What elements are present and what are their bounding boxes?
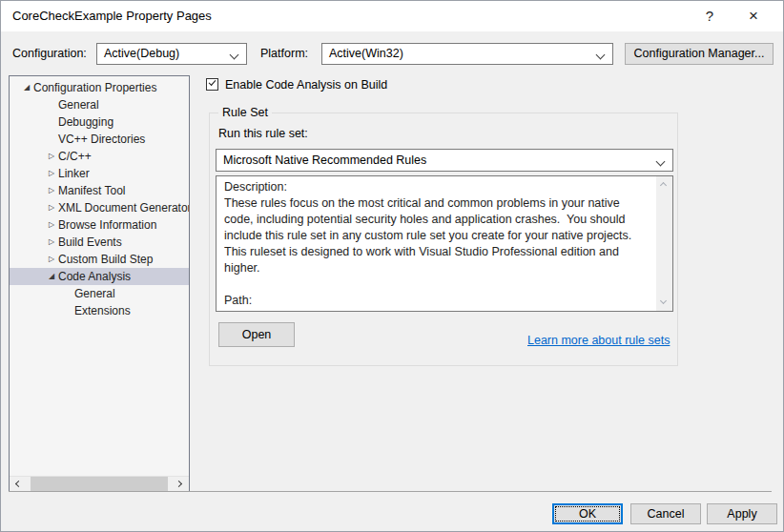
tree-item-linker[interactable]: ▷Linker xyxy=(10,165,189,182)
scrollbar-thumb[interactable] xyxy=(31,477,168,492)
enable-code-analysis-checkbox[interactable] xyxy=(206,78,218,91)
scroll-down-icon[interactable] xyxy=(656,295,672,311)
tree-item-label: Manifest Tool xyxy=(58,184,125,197)
tree-item-label: Configuration Properties xyxy=(33,81,156,94)
tree-item-label: Custom Build Step xyxy=(58,253,153,266)
chevron-down-icon xyxy=(596,51,606,60)
tree-item-label: Browse Information xyxy=(58,218,156,232)
tree-item-c-c[interactable]: ▷C/C++ xyxy=(10,148,189,165)
footer-separator xyxy=(9,491,772,492)
enable-code-analysis-label: Enable Code Analysis on Build xyxy=(225,77,387,92)
tree-item-extensions[interactable]: Extensions xyxy=(10,302,189,319)
ruleset-dropdown-value: Microsoft Native Recommended Rules xyxy=(223,153,426,167)
chevron-down-icon xyxy=(656,157,666,167)
tree-items-container: ◢Configuration PropertiesGeneralDebuggin… xyxy=(10,79,189,475)
chevron-down-icon xyxy=(230,51,239,60)
tree-item-label: Debugging xyxy=(58,115,113,129)
tree-item-label: General xyxy=(58,98,99,112)
platform-dropdown[interactable]: Active(Win32) xyxy=(321,43,613,65)
tree-horizontal-scrollbar[interactable] xyxy=(10,476,189,491)
expander-expanded-icon[interactable]: ◢ xyxy=(46,268,57,285)
tree-item-label: Extensions xyxy=(74,304,131,317)
expander-expanded-icon[interactable]: ◢ xyxy=(21,79,32,96)
tree-item-configuration-properties[interactable]: ◢Configuration Properties xyxy=(10,79,189,96)
tree-item-general[interactable]: General xyxy=(10,285,189,302)
learn-more-link[interactable]: Learn more about rule sets xyxy=(527,334,670,347)
expander-collapsed-icon[interactable]: ▷ xyxy=(46,165,57,182)
platform-label: Platform: xyxy=(260,43,308,65)
tree-item-label: General xyxy=(74,287,115,300)
tree-item-browse-information[interactable]: ▷Browse Information xyxy=(10,216,189,234)
tree-item-manifest-tool[interactable]: ▷Manifest Tool xyxy=(10,182,189,199)
scroll-up-icon[interactable] xyxy=(656,176,672,193)
config-tree: ◢Configuration PropertiesGeneralDebuggin… xyxy=(9,75,190,492)
tree-item-label: XML Document Generator xyxy=(58,201,189,215)
rule-set-group-title: Rule Set xyxy=(218,106,272,119)
expander-collapsed-icon[interactable]: ▷ xyxy=(46,199,57,216)
configuration-dropdown[interactable]: Active(Debug) xyxy=(96,43,247,65)
run-ruleset-label: Run this rule set: xyxy=(218,127,308,140)
expander-collapsed-icon[interactable]: ▷ xyxy=(46,234,57,251)
ruleset-description-box: Description: These rules focus on the mo… xyxy=(216,175,673,312)
open-button[interactable]: Open xyxy=(218,322,295,347)
tree-item-label: Linker xyxy=(58,167,90,180)
scroll-left-icon[interactable] xyxy=(10,477,26,492)
tree-item-xml-document-generator[interactable]: ▷XML Document Generator xyxy=(10,199,189,216)
tree-item-label: Build Events xyxy=(58,235,122,249)
tree-item-build-events[interactable]: ▷Build Events xyxy=(10,234,189,251)
configuration-label: Configuration: xyxy=(12,43,87,65)
property-pages-dialog: CoreCheckExample Property Pages ? × Conf… xyxy=(0,0,784,532)
checkmark-icon xyxy=(209,78,217,86)
description-body: These rules focus on the most critical a… xyxy=(224,195,650,276)
ok-button[interactable]: OK xyxy=(552,503,623,524)
ruleset-dropdown[interactable]: Microsoft Native Recommended Rules xyxy=(216,149,673,172)
expander-collapsed-icon[interactable]: ▷ xyxy=(46,148,57,165)
tree-item-debugging[interactable]: Debugging xyxy=(10,113,189,131)
tree-item-label: C/C++ xyxy=(58,150,92,163)
configuration-dropdown-value: Active(Debug) xyxy=(104,47,179,60)
description-vertical-scrollbar[interactable] xyxy=(656,176,672,311)
description-heading: Description: xyxy=(224,179,650,195)
ruleset-description-text: Description: These rules focus on the mo… xyxy=(224,179,650,309)
expander-collapsed-icon[interactable]: ▷ xyxy=(46,182,57,199)
tree-item-custom-build-step[interactable]: ▷Custom Build Step xyxy=(10,251,189,268)
titlebar: CoreCheckExample Property Pages ? × xyxy=(1,1,783,31)
scroll-right-icon[interactable] xyxy=(173,477,189,492)
apply-button[interactable]: Apply xyxy=(707,503,777,524)
expander-collapsed-icon[interactable]: ▷ xyxy=(46,251,57,268)
tree-item-label: Code Analysis xyxy=(58,270,131,283)
tree-item-code-analysis[interactable]: ◢Code Analysis xyxy=(10,268,189,285)
path-heading: Path: xyxy=(224,293,650,309)
help-icon[interactable]: ? xyxy=(693,1,726,31)
window-title: CoreCheckExample Property Pages xyxy=(12,1,212,31)
close-icon[interactable]: × xyxy=(737,1,770,31)
tree-item-vc-directories[interactable]: VC++ Directories xyxy=(10,131,189,148)
expander-collapsed-icon[interactable]: ▷ xyxy=(46,216,57,234)
configuration-manager-button[interactable]: Configuration Manager... xyxy=(625,43,774,65)
tree-item-label: VC++ Directories xyxy=(58,133,145,146)
tree-item-general[interactable]: General xyxy=(10,96,189,113)
cancel-button[interactable]: Cancel xyxy=(630,503,701,524)
platform-dropdown-value: Active(Win32) xyxy=(329,47,403,60)
